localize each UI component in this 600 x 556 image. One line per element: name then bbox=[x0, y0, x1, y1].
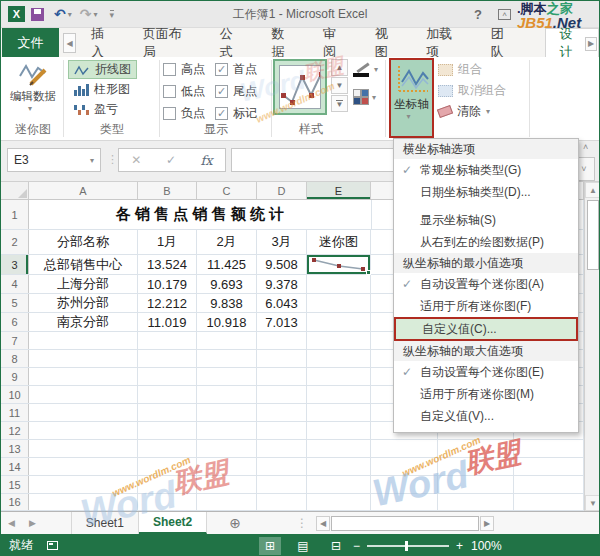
hscroll-left-icon[interactable]: ◀ bbox=[316, 516, 330, 531]
cell[interactable] bbox=[307, 332, 371, 349]
line-sparkline-button[interactable]: 折线图 bbox=[68, 60, 137, 79]
cell[interactable] bbox=[307, 458, 371, 475]
tab-insert[interactable]: 插入 bbox=[78, 28, 130, 57]
cell[interactable] bbox=[138, 494, 197, 510]
gallery-down-icon[interactable]: ▼ bbox=[331, 77, 348, 94]
cell[interactable] bbox=[197, 422, 257, 439]
sheet-next-icon[interactable]: ▶ bbox=[22, 512, 43, 534]
cell[interactable] bbox=[257, 368, 307, 385]
row-header[interactable]: 16 bbox=[1, 494, 29, 510]
column-header-a[interactable]: A bbox=[29, 182, 138, 199]
cell[interactable]: 7.013 bbox=[257, 313, 307, 331]
cell[interactable] bbox=[514, 494, 584, 510]
name-box[interactable]: E3 ▾ bbox=[7, 148, 101, 172]
menu-item-max-same[interactable]: 适用于所有迷你图(M) bbox=[394, 383, 578, 405]
cell[interactable] bbox=[307, 476, 371, 493]
axis-button[interactable]: 坐标轴 ▾ bbox=[389, 58, 434, 138]
table-title-cell[interactable]: 各 销 售 点 销 售 额 统 计 bbox=[29, 200, 371, 229]
cell[interactable]: 12.212 bbox=[138, 294, 197, 312]
cell[interactable] bbox=[307, 404, 371, 421]
cell[interactable] bbox=[257, 458, 307, 475]
column-header-b[interactable]: B bbox=[138, 182, 197, 199]
cell[interactable] bbox=[138, 476, 197, 493]
checkbox-markers[interactable]: ✓标记 bbox=[215, 105, 257, 121]
cell[interactable] bbox=[29, 440, 138, 457]
cell[interactable]: 苏州分部 bbox=[29, 294, 138, 312]
gallery-up-icon[interactable]: ▲ bbox=[331, 59, 348, 76]
macro-record-icon[interactable] bbox=[47, 541, 58, 550]
sheet-prev-icon[interactable]: ◀ bbox=[1, 512, 22, 534]
cell[interactable] bbox=[138, 332, 197, 349]
cell[interactable]: 1月 bbox=[138, 230, 197, 254]
cell[interactable] bbox=[371, 476, 438, 493]
scroll-down-icon[interactable]: ▼ bbox=[585, 495, 600, 511]
cell[interactable] bbox=[138, 458, 197, 475]
enter-icon[interactable]: ✓ bbox=[166, 153, 176, 167]
cell[interactable]: 上海分部 bbox=[29, 275, 138, 293]
column-header-c[interactable]: C bbox=[197, 182, 257, 199]
cell[interactable]: 9.508 bbox=[257, 255, 307, 274]
cell[interactable] bbox=[197, 458, 257, 475]
cell[interactable] bbox=[371, 440, 438, 457]
collapse-ribbon-icon[interactable]: ˄ bbox=[583, 142, 588, 152]
insert-function-icon[interactable]: fx bbox=[201, 153, 213, 168]
clear-button[interactable]: 清除▾ bbox=[438, 102, 506, 121]
sparkline-color-button[interactable]: ▾ bbox=[353, 61, 384, 77]
sheet-tab-sheet2[interactable]: Sheet2 bbox=[139, 512, 207, 534]
scroll-up-icon[interactable]: ▲ bbox=[585, 182, 600, 198]
column-sparkline-button[interactable]: 柱形图 bbox=[68, 80, 137, 99]
horizontal-scroll-thumb[interactable] bbox=[331, 516, 479, 531]
cell[interactable]: 3月 bbox=[257, 230, 307, 254]
tab-addins[interactable]: 加载项 bbox=[413, 28, 477, 57]
cell[interactable] bbox=[257, 332, 307, 349]
cell[interactable]: 分部名称 bbox=[29, 230, 138, 254]
cell[interactable] bbox=[307, 294, 371, 312]
vertical-scrollbar[interactable]: ▲ ▼ bbox=[584, 182, 600, 511]
cell[interactable] bbox=[197, 476, 257, 493]
cell[interactable] bbox=[138, 422, 197, 439]
column-header-e-selected[interactable]: E bbox=[307, 182, 371, 199]
customize-qat-icon[interactable]: ▾ bbox=[110, 10, 115, 19]
cell[interactable] bbox=[371, 494, 438, 510]
checkbox-negative-point[interactable]: 负点 bbox=[163, 105, 205, 121]
cell[interactable] bbox=[197, 350, 257, 367]
marker-color-button[interactable]: ▾ bbox=[353, 89, 382, 105]
tab-view[interactable]: 视图 bbox=[362, 28, 414, 57]
row-header[interactable]: 11 bbox=[1, 404, 29, 421]
cell[interactable] bbox=[29, 332, 138, 349]
cell[interactable]: 9.838 bbox=[197, 294, 257, 312]
row-header[interactable]: 10 bbox=[1, 386, 29, 403]
save-icon[interactable] bbox=[31, 8, 44, 21]
row-header[interactable]: 4 bbox=[1, 275, 29, 293]
cell[interactable] bbox=[514, 440, 584, 457]
cell[interactable] bbox=[138, 368, 197, 385]
cell[interactable]: 11.019 bbox=[138, 313, 197, 331]
cell[interactable] bbox=[371, 458, 438, 475]
tab-scroll-right-icon[interactable]: ▶ bbox=[585, 37, 597, 51]
page-layout-view-icon[interactable]: ▤ bbox=[292, 537, 314, 555]
redo-icon[interactable]: ↷ bbox=[80, 6, 92, 22]
row-header[interactable]: 2 bbox=[1, 230, 29, 254]
tab-data[interactable]: 数据 bbox=[258, 28, 310, 57]
cell[interactable] bbox=[307, 368, 371, 385]
row-header[interactable]: 8 bbox=[1, 350, 29, 367]
zoom-slider[interactable] bbox=[367, 545, 449, 547]
group-button[interactable]: 组合 bbox=[438, 60, 506, 79]
cell[interactable]: 13.524 bbox=[138, 255, 197, 274]
zoom-in-icon[interactable]: + bbox=[456, 539, 463, 553]
row-header[interactable]: 9 bbox=[1, 368, 29, 385]
cell[interactable] bbox=[438, 476, 514, 493]
cell[interactable] bbox=[138, 440, 197, 457]
cell[interactable] bbox=[29, 404, 138, 421]
tab-scroll-left-icon[interactable]: ◀ bbox=[63, 33, 76, 53]
cell[interactable]: 总部销售中心 bbox=[29, 255, 138, 274]
menu-item-show-axis[interactable]: 显示坐标轴(S) bbox=[394, 209, 578, 231]
cell[interactable] bbox=[197, 440, 257, 457]
select-all-corner[interactable] bbox=[1, 182, 29, 199]
menu-item-date-axis[interactable]: 日期坐标轴类型(D)... bbox=[394, 181, 578, 203]
checkbox-last-point[interactable]: ✓尾点 bbox=[215, 83, 257, 99]
menu-item-max-auto[interactable]: ✓自动设置每个迷你图(E) bbox=[394, 361, 578, 383]
cell[interactable] bbox=[197, 404, 257, 421]
cell[interactable] bbox=[29, 422, 138, 439]
checkbox-first-point[interactable]: ✓首点 bbox=[215, 61, 257, 77]
